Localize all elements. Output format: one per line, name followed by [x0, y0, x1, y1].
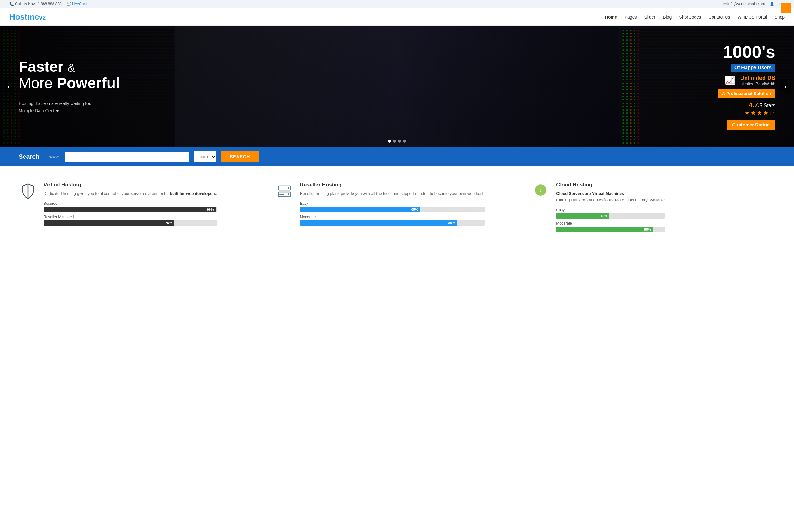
phone-icon: 📞 — [9, 2, 14, 6]
search-button[interactable]: SEARCH — [221, 151, 259, 162]
hero-subtext: Hosting that you are really waiting for.… — [19, 96, 106, 114]
moderate-label: Moderate — [300, 215, 485, 219]
cloud-progress-section: Easy 49% Moderate 89% — [556, 208, 665, 232]
customer-rating-badge: Customer Rating — [726, 120, 775, 130]
livechat-link[interactable]: 💬 LiveChat — [67, 2, 87, 6]
virtual-hosting-icon — [19, 182, 37, 201]
virtual-hosting-desc: Dedicated hosting gives you total contro… — [43, 190, 217, 197]
nav-links: Home Pages Slider Blog Shortcodes Contac… — [605, 15, 785, 20]
slider-dot-2[interactable] — [393, 139, 396, 142]
cloud-hosting-title: Cloud Hosting — [556, 182, 665, 188]
cloud-moderate-bar: 89% — [556, 227, 665, 232]
unlimited-db: Unlimited DB — [738, 75, 775, 81]
nav-home[interactable]: Home — [605, 15, 617, 20]
cloud-easy-fill: 49% — [556, 213, 609, 219]
virtual-hosting-content: Virtual Hosting Dedicated hosting gives … — [43, 182, 217, 232]
nav-slider[interactable]: Slider — [644, 15, 655, 20]
reseller-hosting-desc: Reseller hosting plans provide you with … — [300, 190, 485, 197]
moderate-fill: 85% — [300, 220, 457, 226]
easy-fill: 65% — [300, 207, 420, 212]
reseller-hosting-feature: Reseller Hosting Reseller hosting plans … — [275, 182, 519, 232]
reseller-bar: 75% — [43, 220, 217, 226]
features-section: Virtual Hosting Dedicated hosting gives … — [0, 166, 794, 245]
cloud-moderate-fill: 89% — [556, 227, 653, 232]
reseller-hosting-content: Reseller Hosting Reseller hosting plans … — [300, 182, 485, 232]
easy-bar: 65% — [300, 207, 485, 212]
unlimited-block: 📈 Unlimited DB Unlimited BandWidth — [724, 75, 775, 86]
rating-number: 4.7/5 Stars — [744, 101, 775, 109]
nav-shop[interactable]: Shop — [774, 15, 785, 20]
virtual-hosting-title: Virtual Hosting — [43, 182, 217, 188]
search-label: Search — [19, 153, 39, 160]
secured-label: Secured — [43, 201, 217, 206]
chat-icon: 💬 — [67, 2, 71, 6]
happy-users-badge: Of Happy Users — [731, 64, 775, 72]
stars-block: 4.7/5 Stars ★★★★☆ — [744, 101, 775, 116]
search-input[interactable] — [64, 152, 189, 162]
pro-solution-badge: A Professional Solution — [718, 89, 775, 98]
nav-shortcodes[interactable]: Shortcodes — [679, 15, 701, 20]
easy-label: Easy — [300, 201, 485, 206]
cloud-hosting-feature: ↓ Cloud Hosting Cloud Servers are Virtua… — [531, 182, 775, 232]
server-icon — [277, 183, 292, 199]
search-bar: Search www. .com .net .org .io SEARCH — [0, 147, 794, 166]
unlimited-bw: Unlimited BandWidth — [738, 81, 775, 86]
virtual-progress-section: Secured 99% Reseller Managed 75% — [43, 201, 217, 226]
tld-select[interactable]: .com .net .org .io — [194, 151, 216, 162]
nav-contact[interactable]: Contact Us — [708, 15, 730, 20]
shield-icon — [20, 183, 36, 199]
reseller-progress-section: Easy 65% Moderate 85% — [300, 201, 485, 226]
logo-v2: V2 — [39, 15, 46, 21]
logo[interactable]: HostmeV2 — [9, 12, 46, 22]
topbar-right: ✉ info@yourdomain.com 👤 Login — [723, 2, 785, 6]
svg-point-3 — [288, 193, 290, 195]
cloud-easy-label: Easy — [556, 208, 665, 212]
www-prefix: www. — [50, 154, 60, 159]
email-icon: ✉ — [723, 2, 726, 6]
slider-dot-1[interactable] — [388, 139, 391, 142]
cloud-hosting-desc: Cloud Servers are Virtual Machines runni… — [556, 190, 665, 204]
unlimited-text: Unlimited DB Unlimited BandWidth — [738, 75, 775, 86]
navbar: HostmeV2 Home Pages Slider Blog Shortcod… — [0, 8, 794, 26]
topbar: 📞 Call Us Now! 1 888 888 888 💬 LiveChat … — [0, 0, 794, 8]
cloud-hosting-content: Cloud Hosting Cloud Servers are Virtual … — [556, 182, 665, 232]
hero-right-content: 1000's Of Happy Users 📈 Unlimited DB Unl… — [688, 43, 775, 130]
svg-text:↓: ↓ — [539, 187, 542, 193]
secured-fill: 99% — [43, 207, 216, 212]
slider-prev-button[interactable]: ‹ — [3, 79, 14, 94]
reseller-fill: 75% — [43, 220, 174, 226]
slider-dot-4[interactable] — [403, 139, 406, 142]
topbar-left: 📞 Call Us Now! 1 888 888 888 💬 LiveChat — [9, 2, 87, 6]
slider-dots — [388, 139, 406, 142]
nav-blog[interactable]: Blog — [663, 15, 671, 20]
hero-slider: Faster & More Powerful Hosting that you … — [0, 26, 794, 147]
nav-pages[interactable]: Pages — [625, 15, 637, 20]
secured-bar: 99% — [43, 207, 217, 212]
cloud-download-icon: ↓ — [533, 183, 549, 199]
slider-dot-3[interactable] — [398, 139, 401, 142]
email-text: ✉ info@yourdomain.com — [723, 2, 765, 6]
reseller-label: Reseller Managed — [43, 215, 217, 219]
plus-button[interactable]: + — [781, 3, 791, 13]
hero-big-number: 1000's — [723, 43, 775, 61]
svg-point-1 — [288, 187, 290, 189]
hero-left-content: Faster & More Powerful Hosting that you … — [19, 59, 688, 114]
virtual-hosting-feature: Virtual Hosting Dedicated hosting gives … — [19, 182, 263, 232]
reseller-hosting-title: Reseller Hosting — [300, 182, 485, 188]
cloud-hosting-icon: ↓ — [531, 182, 550, 201]
phone-text: 📞 Call Us Now! 1 888 888 888 — [9, 2, 61, 6]
chart-icon: 📈 — [724, 75, 735, 86]
cloud-moderate-label: Moderate — [556, 221, 665, 226]
nav-whmcs[interactable]: WHMCS Portal — [737, 15, 767, 20]
stars-icons: ★★★★☆ — [744, 109, 775, 116]
user-icon: 👤 — [770, 2, 774, 6]
cloud-easy-bar: 49% — [556, 213, 665, 219]
hero-content: Faster & More Powerful Hosting that you … — [0, 26, 794, 147]
slider-next-button[interactable]: › — [780, 79, 791, 94]
hero-headline: Faster & More Powerful — [19, 59, 688, 92]
reseller-hosting-icon — [275, 182, 294, 201]
moderate-bar: 85% — [300, 220, 485, 226]
